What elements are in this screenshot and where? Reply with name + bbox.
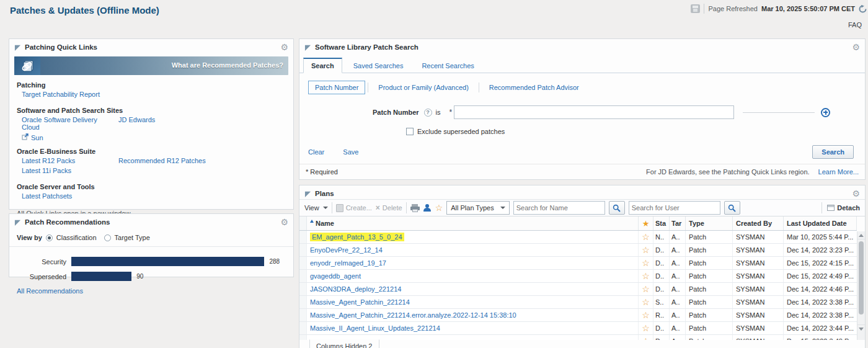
link-latest-11i-packs[interactable]: Latest 11i Packs: [22, 167, 111, 174]
partially-visible-row[interactable]: ☆ D.. A.. Patch SYSMAN Dec 15, 2022 3:48…: [299, 335, 857, 340]
search-button[interactable]: Search: [812, 145, 854, 159]
table-row[interactable]: Massive_Agent_Patchin_221214 ☆ S.. A.. P…: [299, 296, 857, 309]
add-criteria-icon[interactable]: [821, 108, 830, 117]
search-user-button[interactable]: [724, 201, 740, 215]
plan-type-select[interactable]: All Plan Types: [446, 201, 510, 215]
plan-name-link[interactable]: EM_agent_Patch_13_5_0_24: [310, 233, 404, 241]
radio-classification[interactable]: [46, 234, 53, 241]
tab-saved-searches[interactable]: Saved Searches: [346, 59, 411, 73]
scroll-up-button[interactable]: [857, 231, 865, 239]
search-name-button[interactable]: [609, 201, 625, 215]
favorite-star-icon[interactable]: ☆: [642, 298, 650, 306]
status-cell: D..: [653, 244, 670, 256]
column-header-target[interactable]: Tar: [670, 216, 686, 230]
favorite-star-icon[interactable]: ☆: [642, 272, 650, 280]
table-row[interactable]: enyodr_reImaged_19_17 ☆ D.. A.. Patch SY…: [299, 257, 857, 270]
superseded-bar[interactable]: [71, 272, 131, 281]
mode-product-or-family[interactable]: Product or Family (Advanced): [371, 81, 476, 94]
link-sun[interactable]: Sun: [31, 134, 43, 141]
gear-icon[interactable]: ⚙: [852, 189, 860, 198]
collapse-icon[interactable]: [304, 44, 311, 51]
collapse-icon[interactable]: [14, 219, 21, 226]
plan-name-link[interactable]: EnyoDevPre_22_12_14: [310, 246, 383, 254]
table-row[interactable]: Massive_II_Agent_Linux_Updates_221214 ☆ …: [299, 322, 857, 335]
plan-name-link[interactable]: enyodr_reImaged_19_17: [310, 259, 386, 267]
favorites-filter-star-icon[interactable]: ☆: [435, 203, 443, 212]
save-icon[interactable]: [691, 4, 700, 13]
target-cell: A..: [670, 322, 686, 334]
table-scrollbar[interactable]: [857, 231, 865, 340]
search-name-input[interactable]: [513, 201, 605, 215]
table-row[interactable]: gvageddb_agent ☆ D.. A.. Patch SYSMAN De…: [299, 270, 857, 283]
link-recommended-r12-patches[interactable]: Recommended R12 Patches: [118, 157, 206, 164]
search-user-input[interactable]: [629, 201, 720, 215]
help-icon[interactable]: ?: [424, 109, 432, 117]
detach-icon: [827, 205, 835, 211]
column-header-type[interactable]: Type: [686, 216, 733, 230]
column-header-created-by[interactable]: Created By: [733, 216, 784, 230]
patch-number-input[interactable]: [454, 105, 734, 119]
quick-links-group-search-sites: Software and Patch Search Sites Oracle S…: [17, 107, 287, 141]
favorite-star-icon[interactable]: ☆: [642, 246, 650, 254]
delete-button[interactable]: × Delete: [376, 203, 402, 212]
delete-x-icon: ×: [376, 203, 380, 212]
column-header-last-updated[interactable]: Last Updated Date: [784, 216, 857, 230]
favorite-star-icon[interactable]: ☆: [642, 233, 650, 241]
tab-recent-searches[interactable]: Recent Searches: [414, 59, 481, 73]
link-latest-patchsets[interactable]: Latest Patchsets: [22, 192, 111, 200]
table-row[interactable]: EnyoDevPre_22_12_14 ☆ D.. A.. Patch SYSM…: [299, 244, 857, 257]
plan-name-link[interactable]: gvageddb_agent: [310, 272, 361, 280]
last-updated-cell: Dec 14, 2022 3:23 P...: [784, 244, 857, 256]
plan-name-link[interactable]: Massive_II_Agent_Linux_Updates_221214: [310, 324, 440, 332]
security-bar[interactable]: [71, 257, 264, 266]
row-selector-header: [299, 216, 307, 230]
radio-target-type[interactable]: [104, 234, 111, 241]
gear-icon[interactable]: ⚙: [280, 43, 288, 51]
link-jd-edwards[interactable]: JD Edwards: [118, 116, 155, 123]
create-button[interactable]: Create...: [336, 204, 372, 212]
user-plans-button[interactable]: [423, 204, 432, 212]
detach-button[interactable]: Detach: [827, 204, 860, 212]
gear-icon[interactable]: ⚙: [852, 43, 860, 51]
scrollbar-thumb[interactable]: [859, 241, 864, 315]
save-link[interactable]: Save: [343, 148, 358, 156]
required-asterisk: *: [450, 108, 453, 117]
table-row[interactable]: JASON3DRA_deploy_221214 ☆ D.. A.. Patch …: [299, 283, 857, 296]
favorite-star-icon[interactable]: ☆: [642, 311, 650, 319]
favorite-star-icon[interactable]: ☆: [642, 337, 650, 340]
table-row[interactable]: Massive_Agent_Patchin_221214.error.analy…: [299, 309, 857, 322]
collapse-icon[interactable]: [304, 190, 311, 197]
plan-name-link[interactable]: Massive_Agent_Patchin_221214.error.analy…: [310, 311, 516, 319]
gear-icon[interactable]: ⚙: [280, 218, 288, 226]
clear-link[interactable]: Clear: [308, 148, 324, 156]
favorite-star-icon[interactable]: ☆: [642, 285, 650, 293]
learn-more-link[interactable]: Learn More...: [818, 168, 859, 176]
tab-search[interactable]: Search: [303, 58, 342, 73]
divider: [479, 83, 479, 92]
column-header-name[interactable]: Name: [307, 216, 639, 230]
created-by-cell: SYSMAN: [733, 322, 784, 334]
favorite-star-icon[interactable]: ☆: [642, 259, 650, 267]
banner-link-label[interactable]: What are Recommended Patches?: [172, 61, 283, 69]
created-by-cell: SYSMAN: [733, 270, 784, 282]
refresh-icon[interactable]: [859, 5, 867, 13]
mode-patch-number[interactable]: Patch Number: [308, 81, 365, 94]
recommended-patches-banner[interactable]: What are Recommended Patches?: [14, 56, 288, 75]
table-row[interactable]: EM_agent_Patch_13_5_0_24 ☆ N.. A.. Patch…: [299, 231, 857, 244]
link-oracle-software-delivery-cloud[interactable]: Oracle Software Delivery Cloud: [22, 116, 111, 131]
plan-name-link[interactable]: JASON3DRA_deploy_221214: [310, 285, 401, 293]
scroll-down-button[interactable]: [857, 324, 865, 332]
exclude-superseded-checkbox[interactable]: [406, 128, 414, 135]
view-menu-button[interactable]: View: [304, 204, 328, 212]
favorite-star-icon[interactable]: ☆: [642, 324, 650, 332]
link-target-patchability-report[interactable]: Target Patchability Report: [22, 91, 111, 98]
column-header-status[interactable]: Sta: [653, 216, 670, 230]
collapse-icon[interactable]: [14, 44, 21, 51]
plan-name-link[interactable]: Massive_Agent_Patchin_221214: [310, 298, 410, 306]
link-latest-r12-packs[interactable]: Latest R12 Packs: [22, 157, 111, 164]
column-header-favorite[interactable]: ★: [639, 216, 653, 230]
print-button[interactable]: [410, 204, 420, 212]
all-recommendations-link[interactable]: All Recommendations: [17, 287, 83, 295]
faq-link[interactable]: FAQ: [848, 21, 862, 29]
mode-recommended-patch-advisor[interactable]: Recommended Patch Advisor: [482, 81, 587, 94]
